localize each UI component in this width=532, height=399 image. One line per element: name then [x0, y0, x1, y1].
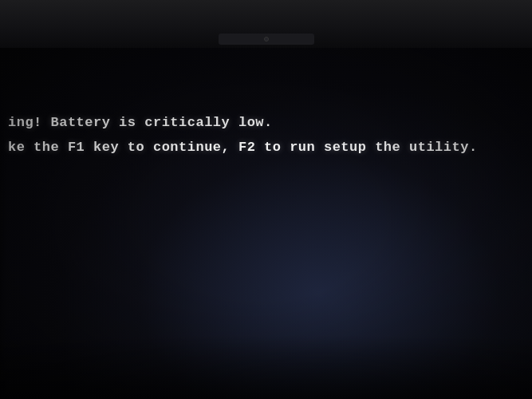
webcam-dot: [264, 37, 269, 41]
webcam-area: [219, 34, 314, 45]
bottom-fade-overlay: [0, 335, 532, 399]
bios-warning-line2: ke the F1 key to continue, F2 to run set…: [8, 136, 524, 158]
screen: ing! Battery is critically low. ke the F…: [0, 48, 532, 399]
bios-warning-line1: ing! Battery is critically low.: [8, 112, 524, 133]
laptop-frame: ing! Battery is critically low. ke the F…: [0, 0, 532, 399]
vignette-overlay: [0, 48, 532, 399]
left-fade-overlay: [0, 48, 6, 399]
bios-content: ing! Battery is critically low. ke the F…: [0, 112, 532, 158]
screen-reflection: [0, 48, 532, 399]
top-bezel: [0, 0, 532, 48]
